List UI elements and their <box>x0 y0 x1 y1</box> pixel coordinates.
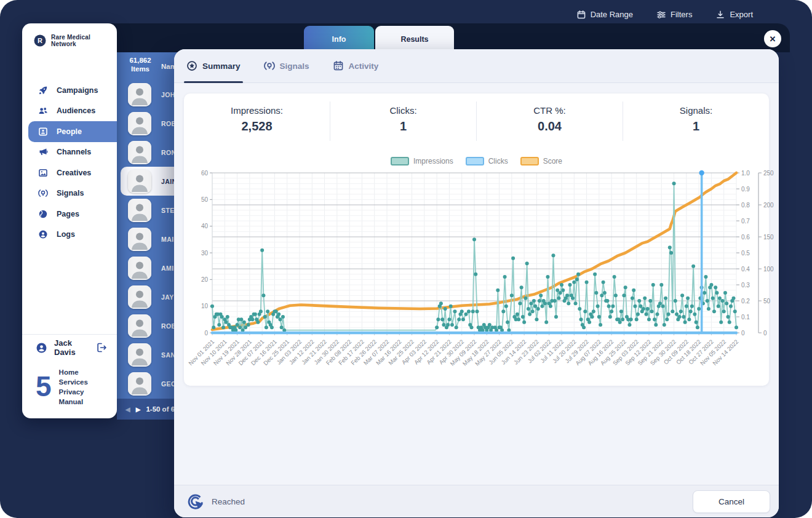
user-avatar-icon <box>36 342 47 354</box>
sidebar-item-channels[interactable]: Channels <box>22 142 117 163</box>
avatar <box>128 314 151 338</box>
sidebar-item-label: Pages <box>57 210 79 218</box>
timeseries-chart[interactable]: Nov 01 2021Nov 10 2021Nov 19 2021Nov 28 … <box>190 168 765 371</box>
person-name: SAN <box>161 351 175 359</box>
footer-link-privacy[interactable]: Privacy <box>59 388 88 397</box>
pagination-label: 1-50 of 6 <box>146 405 175 413</box>
svg-text:150: 150 <box>763 234 774 241</box>
tab-signals[interactable]: Signals <box>264 49 309 83</box>
cancel-button[interactable]: Cancel <box>693 490 770 513</box>
brand-logo-icon: R <box>33 34 47 47</box>
items-count-label: Items <box>123 65 157 73</box>
brand-name: Rare Medical Network <box>51 34 117 47</box>
star-circle-icon <box>186 60 197 71</box>
svg-text:0.5: 0.5 <box>741 250 750 257</box>
legend-item-impressions[interactable]: Impressions <box>391 157 453 165</box>
svg-text:50: 50 <box>763 298 771 305</box>
tab-results[interactable]: Results <box>375 26 454 52</box>
next-page-icon[interactable]: ▶ <box>136 406 141 413</box>
image-icon <box>38 168 48 178</box>
close-button[interactable]: ✕ <box>764 30 781 47</box>
prev-page-icon[interactable]: ◀ <box>125 406 130 413</box>
sidebar-item-audiences[interactable]: Audiences <box>22 101 117 122</box>
legend-item-clicks[interactable]: Clicks <box>466 157 508 165</box>
svg-text:50: 50 <box>201 196 209 203</box>
chart-legend: ImpressionsClicksScore <box>184 157 769 165</box>
export-button[interactable]: Export <box>715 10 753 20</box>
person-name: JOH <box>161 91 175 98</box>
stat-ctr-label: CTR %: <box>477 105 623 116</box>
svg-text:1.0: 1.0 <box>741 170 750 177</box>
svg-text:0.6: 0.6 <box>741 234 750 241</box>
footer-link-manual[interactable]: Manual <box>59 397 88 407</box>
tab-signals-label: Signals <box>280 62 309 71</box>
stats-row: Impressions: 2,528 Clicks: 1 CTR %: 0.04… <box>184 94 769 141</box>
sidebar-item-label: Campaigns <box>57 86 98 95</box>
avatar <box>128 228 151 251</box>
svg-text:20: 20 <box>201 276 209 283</box>
sidebar-divider <box>22 334 117 335</box>
sidebar-item-signals[interactable]: Signals <box>22 183 117 204</box>
summary-card: Impressions: 2,528 Clicks: 1 CTR %: 0.04… <box>184 94 769 386</box>
avatar <box>128 170 151 193</box>
svg-text:10: 10 <box>201 303 209 309</box>
sidebar-nav: CampaignsAudiencesPeopleChannelsCreative… <box>22 80 117 245</box>
logo[interactable]: R Rare Medical Network <box>22 23 117 47</box>
megaphone-icon <box>38 147 48 157</box>
export-label: Export <box>730 10 753 19</box>
svg-text:0.9: 0.9 <box>741 186 750 193</box>
footer-link-services[interactable]: Services <box>59 378 88 387</box>
sidebar-item-label: Channels <box>57 148 91 156</box>
logout-icon[interactable] <box>96 342 107 353</box>
person-name: JAY <box>161 293 174 301</box>
date-range-button[interactable]: Date Range <box>576 10 633 20</box>
person-name: AMI <box>161 265 173 272</box>
close-icon: ✕ <box>770 34 776 44</box>
stat-clicks-label: Clicks: <box>330 105 476 116</box>
tab-activity[interactable]: Activity <box>333 49 379 83</box>
svg-text:30: 30 <box>201 250 209 257</box>
stat-impressions-label: Impressions: <box>184 105 330 116</box>
reached-status: Reached <box>188 493 693 510</box>
stat-signals: Signals: 1 <box>623 102 769 141</box>
users-icon <box>38 106 48 116</box>
avatar <box>128 343 151 367</box>
avatar <box>128 285 151 309</box>
legend-item-score[interactable]: Score <box>520 157 562 165</box>
filters-button[interactable]: Filters <box>656 10 692 20</box>
legend-swatch <box>391 157 409 165</box>
sidebar-item-logs[interactable]: Logs <box>22 225 117 245</box>
calendar-icon <box>576 10 586 20</box>
sidebar-item-creatives[interactable]: Creatives <box>22 162 117 183</box>
sidebar-item-label: Signals <box>57 189 84 197</box>
svg-text:0.4: 0.4 <box>741 266 750 273</box>
footer-links: HomeServicesPrivacyManual <box>59 368 88 407</box>
stat-signals-label: Signals: <box>623 105 769 116</box>
svg-text:0.2: 0.2 <box>741 298 750 305</box>
avatar <box>128 112 151 135</box>
top-actions: Date Range Filters Export <box>576 0 753 29</box>
sidebar-item-label: Logs <box>57 230 75 239</box>
screen: Info Results Date Range Filters Export ✕… <box>0 0 812 518</box>
filters-label: Filters <box>671 10 692 19</box>
results-modal: Summary Signals Activity Impressions: 2,… <box>174 49 779 517</box>
stat-signals-value: 1 <box>623 119 769 133</box>
sidebar-item-campaigns[interactable]: Campaigns <box>22 80 117 101</box>
svg-text:0.3: 0.3 <box>741 282 750 289</box>
user-row[interactable]: Jack Davis <box>22 339 117 356</box>
tab-summary[interactable]: Summary <box>186 49 241 83</box>
stat-clicks-value: 1 <box>330 119 476 133</box>
footer-link-home[interactable]: Home <box>59 368 88 377</box>
tab-summary-label: Summary <box>202 62 241 71</box>
footer-logo[interactable]: 5 <box>36 368 52 407</box>
svg-text:0.7: 0.7 <box>741 218 750 225</box>
sidebar-item-people[interactable]: People <box>28 121 117 142</box>
person-name: STE <box>161 207 175 214</box>
svg-text:0: 0 <box>763 330 767 337</box>
svg-text:0.1: 0.1 <box>741 314 750 321</box>
svg-text:100: 100 <box>763 266 774 273</box>
svg-text:250: 250 <box>763 170 774 177</box>
sidebar-item-label: Audiences <box>57 106 95 115</box>
sidebar-item-pages[interactable]: Pages <box>22 204 117 225</box>
stat-clicks: Clicks: 1 <box>330 102 476 141</box>
